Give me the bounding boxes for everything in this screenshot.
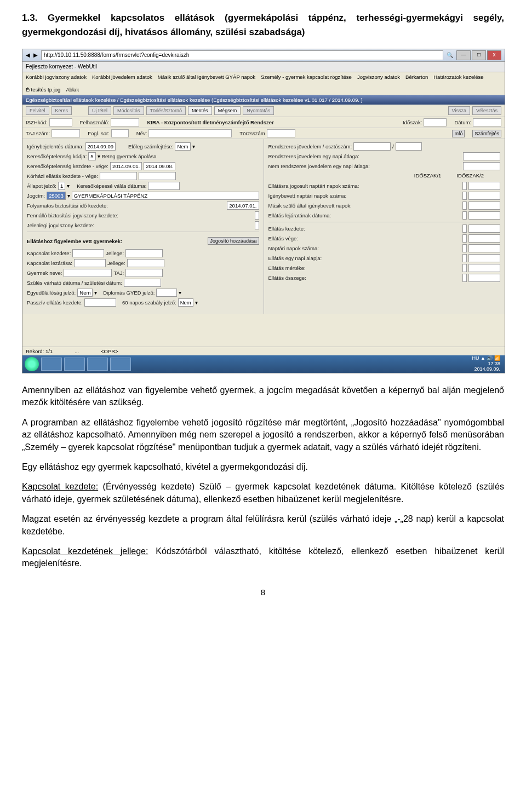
close-button[interactable]: x [487, 50, 501, 60]
masik-szulo-napok-2[interactable] [468, 201, 500, 210]
ellatas-kezdet-2[interactable] [468, 224, 500, 233]
datum-input[interactable] [473, 118, 501, 126]
nev-input[interactable] [148, 129, 232, 137]
info-button[interactable]: Infó [452, 130, 465, 138]
idoszak-input[interactable] [424, 118, 447, 126]
chevron-down-icon[interactable]: ▾ [179, 289, 181, 296]
browser-chrome: ◀ ▶ http://10.10.11.50:8888/forms/frmser… [22, 49, 505, 62]
ellatas-vege-1[interactable] [462, 234, 467, 243]
torzs-input[interactable] [267, 129, 295, 137]
diplomas-gyed-select[interactable] [156, 289, 177, 297]
toolbar-felvitel[interactable]: Felvitel [26, 106, 49, 116]
gyermek-nev-input[interactable] [64, 269, 112, 277]
toolbar-torles[interactable]: Törlés/Sztornó [146, 106, 186, 116]
jelenlegi-kezdet-input[interactable] [255, 221, 259, 229]
igeny-datum-input[interactable]: 2014.09.09 [85, 142, 116, 151]
chevron-down-icon[interactable]: ▾ [94, 289, 97, 296]
task-button[interactable] [64, 358, 85, 371]
masik-szulo-napok-1[interactable] [462, 201, 467, 210]
toolbar-nyomtatas[interactable]: Nyomtatás [243, 106, 274, 116]
fogl-input[interactable] [111, 129, 129, 137]
passziv-kezdet-input[interactable] [84, 298, 116, 307]
naptari-napok-1[interactable] [462, 244, 467, 252]
toolbar-modositas[interactable]: Módosítás [113, 106, 144, 116]
rendszeres-jov-input[interactable] [353, 142, 391, 151]
chevron-down-icon[interactable]: ▾ [67, 192, 70, 199]
ellatas-vege-2[interactable] [468, 234, 500, 243]
chevron-down-icon[interactable]: ▾ [192, 143, 195, 150]
toolbar-keres[interactable]: Keres [52, 106, 72, 116]
search-icon[interactable]: 🔍 [447, 51, 453, 59]
jogcim-kod-input[interactable]: 25003 [47, 192, 65, 200]
kapcs-kezdet-jelleg-input[interactable] [125, 249, 163, 257]
menu-item[interactable]: Korábbi jogviszony adatok [26, 73, 87, 80]
ellatas-mertek-1[interactable] [462, 264, 467, 272]
taj-input[interactable] [52, 129, 80, 137]
toolbar-megsem[interactable]: Mégsem [214, 106, 241, 116]
menu-item[interactable]: Határozatok kezelése [433, 73, 483, 80]
chevron-down-icon[interactable]: ▾ [195, 299, 198, 306]
korhaz-vege-input[interactable] [139, 172, 176, 180]
szules-datum-input[interactable] [124, 279, 161, 287]
allapot-input[interactable]: 1 [58, 182, 65, 190]
lejarat-datum-1[interactable] [462, 211, 467, 220]
kk-kezdet-input[interactable]: 2014.09.01. [110, 162, 142, 170]
egyedulallo-select[interactable]: Nem [77, 289, 93, 297]
felh-input[interactable] [111, 118, 139, 126]
kk-vege-input[interactable]: 2014.09.08. [144, 162, 175, 170]
jogosito-hozzaadas-button[interactable]: Jogosító hozzáadása [208, 237, 259, 245]
jogosult-napok-1[interactable] [462, 182, 467, 190]
address-bar[interactable]: http://10.10.11.50:8888/forms/frmservlet… [41, 50, 443, 60]
ellatas-mertek-2[interactable] [468, 264, 500, 272]
chevron-down-icon[interactable]: ▾ [98, 153, 100, 160]
browser-tab[interactable]: Fejleszto kornyezet - WebUtil [26, 63, 97, 71]
60napos-select[interactable]: Nem [178, 298, 193, 307]
ellatas-osszeg-1[interactable] [462, 274, 467, 282]
kk-kod-input[interactable]: 5 [88, 152, 95, 160]
naptari-napok-2[interactable] [468, 244, 500, 252]
gyermek-taj-input[interactable] [125, 269, 163, 277]
maximize-button[interactable]: □ [472, 50, 486, 60]
task-button[interactable] [110, 358, 131, 371]
menu-item[interactable]: Értesítés tp.jog [26, 86, 60, 93]
kapcs-lezar-jelleg-input[interactable] [127, 259, 164, 267]
menu-item[interactable]: Bérkarton [405, 73, 428, 80]
chevron-down-icon[interactable]: ▾ [67, 182, 70, 189]
ellatas-kezdet-1[interactable] [462, 224, 467, 233]
iszhkod-input[interactable] [49, 118, 72, 126]
system-tray[interactable]: HU ▲ 🔊 📶 17:38 2014.09.09. [472, 356, 502, 372]
igenybevett-napok-2[interactable] [468, 192, 500, 200]
kapcs-lezar-input[interactable] [74, 259, 106, 267]
minimize-button[interactable]: — [456, 50, 471, 60]
lejarat-datum-2[interactable] [468, 211, 500, 220]
rendszeres-napi-input[interactable] [463, 152, 500, 160]
menu-item[interactable]: Másik szülő által igénybevett GYÁP napok [158, 73, 255, 80]
eloleg-select[interactable]: Nem [175, 142, 190, 151]
napi-alap-1[interactable] [462, 254, 467, 262]
task-button[interactable] [41, 358, 62, 371]
osztoszam-input[interactable] [396, 142, 422, 151]
nemrendszeres-napi-input[interactable] [463, 162, 500, 170]
szamfejtes-button[interactable]: Számfejtés [472, 130, 501, 138]
napi-alap-2[interactable] [468, 254, 500, 262]
korhaz-kezdet-input[interactable] [100, 172, 137, 180]
fennallo-kezdet-input[interactable] [255, 211, 259, 220]
start-button[interactable] [25, 357, 39, 371]
menu-item[interactable]: Korábbi jövedelem adatok [92, 73, 152, 80]
back-icon[interactable]: ◀ [26, 51, 30, 59]
toolbar-ujtetel[interactable]: Új tétel [88, 106, 111, 116]
jogosult-napok-2[interactable] [468, 182, 500, 190]
menu-item[interactable]: Ablak [66, 86, 79, 93]
menu-item[interactable]: Jogviszony adatok [357, 73, 400, 80]
keresokepes-datum-input[interactable] [148, 182, 180, 190]
kapcs-kezdet-input[interactable] [72, 249, 104, 257]
toolbar-mentes[interactable]: Mentés [188, 106, 212, 116]
forward-icon[interactable]: ▶ [33, 51, 38, 59]
toolbar-vissza[interactable]: Vissza [448, 106, 470, 116]
toolbar-velesztas[interactable]: Vélesztás [472, 106, 501, 116]
folyamatos-kezdet-input[interactable]: 2014.07.01. [227, 201, 259, 210]
menu-item[interactable]: Személy - gyermek kapcsolat rögzítése [261, 73, 352, 80]
ellatas-osszeg-2[interactable] [468, 274, 500, 282]
igenybevett-napok-1[interactable] [462, 192, 467, 200]
task-button[interactable] [87, 358, 108, 371]
